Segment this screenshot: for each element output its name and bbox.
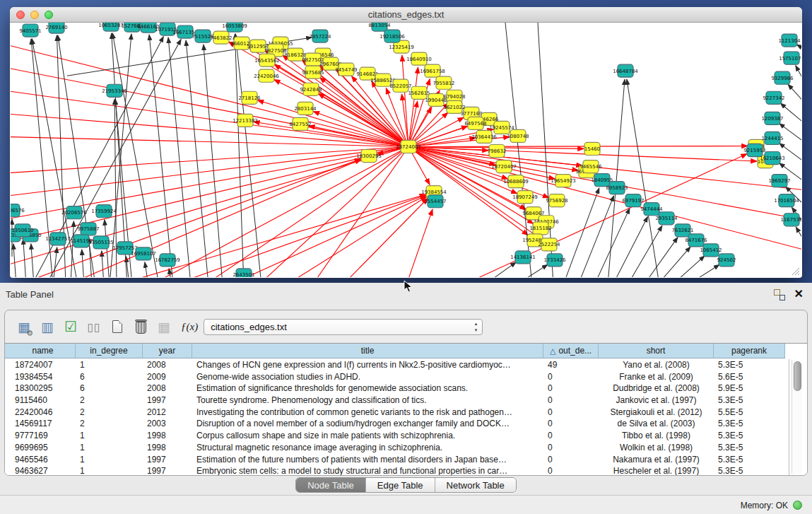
graph-node[interactable]: 26206576: [11, 204, 25, 217]
graph-node[interactable]: 8958923: [606, 182, 628, 194]
graph-node[interactable]: 9227342: [763, 91, 784, 104]
table-cell: Tibbo et al. (1998): [599, 430, 714, 442]
graph-node-label: 2643501: [233, 272, 254, 277]
graph-node[interactable]: 15751074: [779, 52, 801, 64]
column-header-short[interactable]: short: [599, 344, 714, 358]
table-row[interactable]: 1830029562008Estimation of significance …: [5, 382, 789, 395]
graph-node[interactable]: 16053809: [222, 23, 247, 32]
column-header-name[interactable]: name: [11, 344, 76, 358]
graph-node[interactable]: 16961758: [420, 64, 445, 77]
table-row[interactable]: 2242004622012Investigating the contribut…: [5, 407, 789, 419]
graph-node[interactable]: 9465546: [579, 160, 602, 173]
graph-node[interactable]: 9756928: [546, 194, 567, 207]
graph-node[interactable]: 1969297: [768, 175, 790, 187]
select-all-rows-icon[interactable]: ☑: [61, 317, 80, 336]
graph-node[interactable]: 18720407: [491, 160, 517, 173]
table-row[interactable]: 1872400712008Changes of HCN gene express…: [5, 359, 789, 371]
graph-node[interactable]: 17359924: [91, 205, 117, 218]
graph-node[interactable]: 9215953: [743, 144, 765, 156]
table-row[interactable]: 946362711997Embryonic stem cells: a mode…: [5, 465, 789, 475]
table-row[interactable]: 969969511998Structural magnetic resonanc…: [5, 442, 789, 454]
graph-node[interactable]: 1080748: [507, 129, 529, 142]
network-view[interactable]: 1872400718300295193845549777169746266649…: [11, 23, 801, 277]
network-window[interactable]: citations_edges.txt 18724007183002951938…: [10, 7, 802, 278]
graph-node[interactable]: 798632: [488, 144, 507, 157]
graph-node[interactable]: 1121304: [778, 34, 801, 47]
column-header-title[interactable]: title: [192, 344, 543, 358]
graph-node[interactable]: 19654923: [551, 175, 576, 187]
graph-node[interactable]: 2522254: [538, 238, 560, 251]
graph-node[interactable]: 2803144: [294, 102, 317, 115]
graph-node[interactable]: 2718126: [238, 91, 261, 104]
graph-node[interactable]: 6979197: [622, 194, 644, 207]
column-header-pagerank[interactable]: pagerank: [714, 344, 785, 358]
table-row[interactable]: 946554611997Estimation of the future num…: [5, 454, 789, 466]
column-header-in_degree[interactable]: in_degree: [76, 344, 143, 358]
graph-edge: [796, 227, 801, 247]
delete-table-icon[interactable]: [131, 317, 150, 336]
graph-node[interactable]: 2769140: [45, 23, 67, 33]
table-selector-dropdown[interactable]: citations_edges.txt ▴▾: [204, 319, 483, 335]
new-table-icon[interactable]: [108, 317, 126, 336]
table-row[interactable]: 911546021997Tourette syndrome. Phenomeno…: [5, 395, 789, 407]
graph-node[interactable]: 1167530: [780, 214, 801, 226]
graph-node[interactable]: 20364436: [471, 130, 497, 143]
table-row[interactable]: 1938455462009Genome-wide association stu…: [5, 371, 789, 383]
table-scrollbar[interactable]: [792, 360, 802, 474]
tab-network-table[interactable]: Network Table: [435, 478, 516, 492]
graph-node[interactable]: 1209387: [761, 112, 783, 124]
graph-node[interactable]: 1350610: [11, 224, 33, 237]
graph-node[interactable]: 9242848: [300, 83, 322, 95]
graph-node[interactable]: 9621022: [443, 100, 465, 113]
graph-node[interactable]: 1065412: [700, 244, 722, 257]
graph-node[interactable]: 1815182: [529, 222, 551, 235]
window-resize-grip[interactable]: [790, 266, 800, 276]
graph-node[interactable]: 1145190: [70, 235, 92, 247]
scrollbar-thumb[interactable]: [794, 361, 801, 391]
graph-node[interactable]: 9975887: [77, 223, 99, 235]
graph-node[interactable]: 9875685: [302, 66, 324, 78]
function-builder-icon[interactable]: ƒ(x): [181, 321, 198, 333]
table-row[interactable]: 1456911722003Disruption of a novel membe…: [5, 418, 789, 430]
graph-node[interactable]: 10653287: [98, 23, 124, 31]
float-panel-icon[interactable]: [774, 289, 785, 300]
table-row[interactable]: 977716911998Corpus callosum shape and si…: [5, 430, 789, 442]
graph-node[interactable]: 2643501: [233, 269, 254, 277]
graph-node[interactable]: 7955812: [433, 76, 454, 89]
show-columns-icon[interactable]: ▥: [38, 317, 57, 336]
network-view-canvas[interactable]: 1872400718300295193845549777169746266649…: [11, 23, 801, 277]
table-cell: Estimation of significance thresholds fo…: [192, 382, 543, 395]
graph-node-label: 11342757: [45, 236, 71, 242]
graph-node[interactable]: 8454749: [335, 63, 357, 76]
table-cell: 2009: [143, 371, 192, 383]
network-window-titlebar[interactable]: citations_edges.txt: [10, 7, 802, 23]
tab-edge-table[interactable]: Edge Table: [366, 478, 435, 492]
graph-node[interactable]: 2935114: [655, 212, 678, 225]
graph-node[interactable]: 7515526: [192, 30, 214, 42]
graph-node[interactable]: 1244415: [761, 132, 783, 144]
deselect-rows-icon[interactable]: ▯▯: [85, 317, 103, 336]
close-panel-icon[interactable]: ✕: [794, 287, 804, 300]
memory-status-indicator[interactable]: [793, 501, 802, 510]
graph-node[interactable]: 9329966: [771, 71, 794, 84]
graph-node[interactable]: 18640910: [406, 52, 432, 65]
graph-node[interactable]: 16648784: [613, 64, 638, 77]
graph-node[interactable]: 7857224: [309, 30, 331, 42]
table-cell: 9465546: [11, 454, 76, 466]
graph-node[interactable]: 8427552: [289, 117, 311, 130]
graph-node[interactable]: 16782759: [155, 254, 180, 267]
graph-node[interactable]: 924502: [717, 254, 736, 267]
table-options-icon[interactable]: ▦ ⚙: [15, 317, 33, 336]
graph-node[interactable]: 15460: [584, 142, 600, 155]
graph-node[interactable]: 6497568: [464, 117, 486, 129]
graph-node[interactable]: 18300295: [356, 149, 382, 162]
tab-node-table[interactable]: Node Table: [296, 478, 366, 492]
graph-node[interactable]: 1554457: [424, 195, 446, 208]
graph-node[interactable]: 9405571: [19, 24, 41, 37]
graph-edge: [31, 244, 34, 277]
column-header-out_de[interactable]: △out_de...: [543, 344, 599, 358]
graph-node-label: 1244415: [761, 136, 783, 141]
graph-node[interactable]: 1733426: [543, 254, 566, 267]
column-header-year[interactable]: year: [143, 344, 192, 358]
table-cell: 1997: [143, 395, 192, 407]
